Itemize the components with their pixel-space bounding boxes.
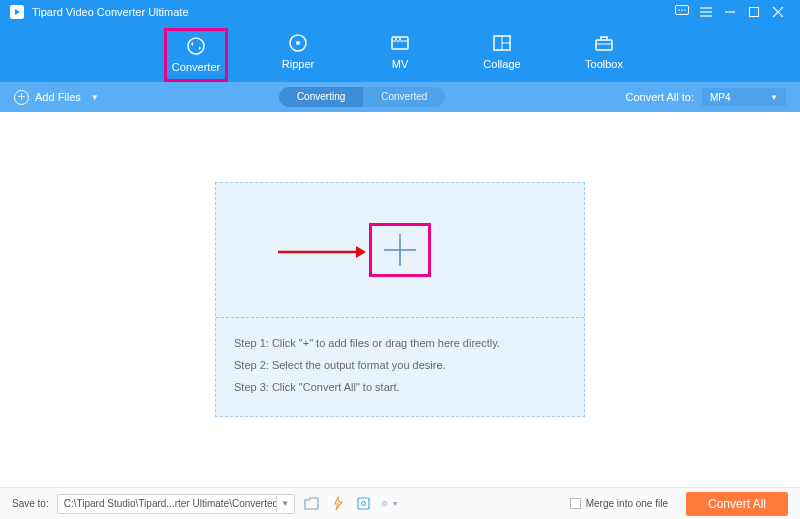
convert-to-label: Convert All to: <box>626 91 694 103</box>
minimize-icon[interactable] <box>718 5 742 20</box>
svg-point-28 <box>383 503 385 505</box>
nav-mv[interactable]: MV <box>368 28 432 82</box>
svg-point-27 <box>382 501 387 506</box>
svg-point-13 <box>296 41 300 45</box>
chevron-down-icon: ▼ <box>770 93 778 102</box>
add-files-label: Add Files <box>35 91 81 103</box>
save-path-dropdown[interactable]: ▼ <box>277 494 295 514</box>
annotation-arrow-icon <box>278 245 366 259</box>
instructions: Step 1: Click "+" to add files or drag t… <box>216 318 584 416</box>
nav-label: Ripper <box>282 58 314 70</box>
svg-point-3 <box>684 9 686 11</box>
svg-point-1 <box>678 9 680 11</box>
plus-icon: + <box>14 90 29 105</box>
step-text: Step 3: Click "Convert All" to start. <box>234 376 566 398</box>
open-folder-icon[interactable] <box>303 495 321 513</box>
save-to-label: Save to: <box>12 498 49 509</box>
save-path-value: C:\Tipard Studio\Tipard...rter Ultimate\… <box>64 498 277 509</box>
settings-icon[interactable]: ▼ <box>381 495 399 513</box>
svg-point-2 <box>681 9 683 11</box>
format-dropdown[interactable]: MP4 ▼ <box>702 88 786 106</box>
merge-checkbox[interactable]: Merge into one file <box>570 498 668 509</box>
svg-rect-25 <box>358 498 369 509</box>
speed-icon[interactable] <box>329 495 347 513</box>
nav-collage[interactable]: Collage <box>470 28 534 82</box>
titlebar: Tipard Video Converter Ultimate <box>0 0 800 24</box>
converter-icon <box>185 35 207 57</box>
tab-converting[interactable]: Converting <box>279 87 363 107</box>
main-nav: Converter Ripper MV Collage Toolbox <box>0 24 800 82</box>
checkbox-icon <box>570 498 581 509</box>
ripper-icon <box>287 32 309 54</box>
status-segment: Converting Converted <box>279 87 446 107</box>
app-logo-icon <box>10 5 24 19</box>
add-files-button[interactable]: + Add Files ▼ <box>14 90 99 105</box>
dropzone-top <box>216 183 584 317</box>
footer: Save to: C:\Tipard Studio\Tipard...rter … <box>0 487 800 519</box>
toolbox-icon <box>593 32 615 54</box>
dropzone[interactable]: Step 1: Click "+" to add files or drag t… <box>215 182 585 417</box>
feedback-icon[interactable] <box>670 5 694 20</box>
add-files-plus-button[interactable] <box>369 223 431 277</box>
gpu-icon[interactable] <box>355 495 373 513</box>
close-icon[interactable] <box>766 5 790 20</box>
merge-label: Merge into one file <box>586 498 668 509</box>
nav-ripper[interactable]: Ripper <box>266 28 330 82</box>
svg-point-16 <box>399 38 401 40</box>
chevron-down-icon: ▼ <box>392 500 399 507</box>
svg-point-11 <box>188 38 204 54</box>
svg-rect-8 <box>750 7 759 16</box>
step-text: Step 2: Select the output format you des… <box>234 354 566 376</box>
nav-toolbox[interactable]: Toolbox <box>572 28 636 82</box>
mv-icon <box>389 32 411 54</box>
nav-label: Converter <box>172 61 220 73</box>
svg-point-26 <box>362 502 366 506</box>
svg-point-15 <box>395 38 397 40</box>
step-text: Step 1: Click "+" to add files or drag t… <box>234 332 566 354</box>
plus-icon <box>382 232 418 268</box>
nav-converter[interactable]: Converter <box>164 28 228 82</box>
nav-label: MV <box>392 58 409 70</box>
app-title: Tipard Video Converter Ultimate <box>32 6 670 18</box>
toolbar: + Add Files ▼ Converting Converted Conve… <box>0 82 800 112</box>
tab-converted[interactable]: Converted <box>363 87 445 107</box>
save-path-field[interactable]: C:\Tipard Studio\Tipard...rter Ultimate\… <box>57 494 277 514</box>
svg-rect-20 <box>596 40 612 50</box>
maximize-icon[interactable] <box>742 5 766 20</box>
nav-label: Toolbox <box>585 58 623 70</box>
chevron-down-icon: ▼ <box>91 93 99 102</box>
nav-label: Collage <box>483 58 520 70</box>
convert-all-button[interactable]: Convert All <box>686 492 788 516</box>
convert-all-to: Convert All to: MP4 ▼ <box>626 88 786 106</box>
menu-icon[interactable] <box>694 5 718 20</box>
format-value: MP4 <box>710 92 731 103</box>
collage-icon <box>491 32 513 54</box>
main-area: Step 1: Click "+" to add files or drag t… <box>0 112 800 487</box>
